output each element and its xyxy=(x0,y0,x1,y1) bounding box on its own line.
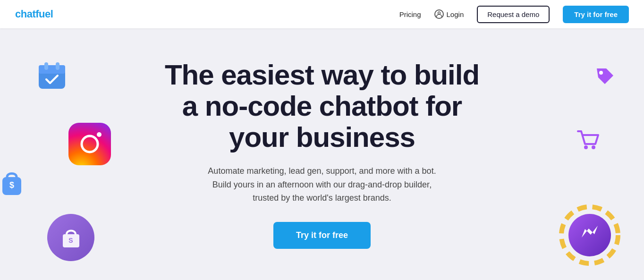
cart-icon xyxy=(576,127,602,153)
navbar: chatfuel Pricing Login Request a demo Tr… xyxy=(0,0,644,28)
tag-icon xyxy=(594,66,616,87)
calendar-icon xyxy=(38,61,66,90)
nav-login[interactable]: Login xyxy=(434,9,464,19)
try-free-hero-button[interactable]: Try it for free xyxy=(273,222,371,249)
svg-text:S: S xyxy=(68,237,73,244)
svg-rect-5 xyxy=(68,123,111,165)
svg-point-13 xyxy=(584,145,588,149)
svg-rect-2 xyxy=(39,65,65,74)
login-label: Login xyxy=(447,10,464,18)
hero-section: $ S xyxy=(0,28,644,280)
nav-pricing[interactable]: Pricing xyxy=(399,10,421,18)
svg-point-12 xyxy=(599,71,603,75)
request-demo-button[interactable]: Request a demo xyxy=(477,6,550,23)
svg-rect-4 xyxy=(56,62,59,70)
dollar-bag-icon: $ xyxy=(0,170,24,194)
svg-text:$: $ xyxy=(9,180,14,190)
logo[interactable]: chatfuel xyxy=(15,8,53,20)
instagram-icon xyxy=(68,123,111,165)
navbar-right: Pricing Login Request a demo Try it for … xyxy=(399,6,629,23)
svg-rect-3 xyxy=(44,62,48,70)
try-free-nav-button[interactable]: Try it for free xyxy=(563,6,629,23)
hero-title: The easiest way to build a no-code chatb… xyxy=(165,59,479,153)
svg-point-14 xyxy=(592,145,595,149)
svg-point-7 xyxy=(97,132,102,137)
svg-point-16 xyxy=(568,214,611,256)
logo-text: chatfuel xyxy=(15,8,53,20)
hero-subtitle: Automate marketing, lead gen, support, a… xyxy=(199,164,445,205)
svg-point-0 xyxy=(438,12,440,14)
user-icon xyxy=(434,9,444,19)
messenger-icon xyxy=(559,204,620,266)
shopify-icon: S xyxy=(47,214,94,261)
